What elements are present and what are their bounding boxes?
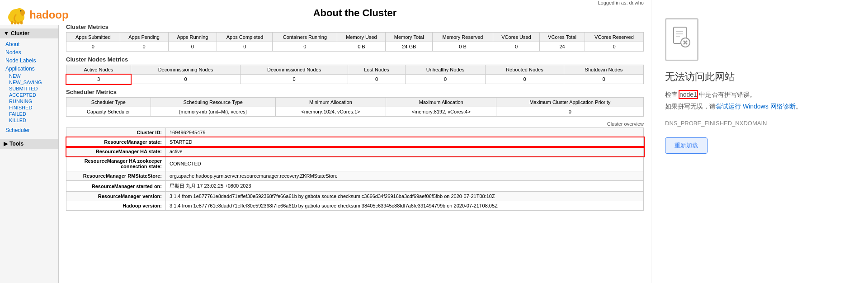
col-minimum-allocation: Minimum Allocation xyxy=(275,98,386,107)
logo: hadoop xyxy=(4,5,69,25)
col-lost-nodes: Lost Nodes xyxy=(348,65,406,75)
sidebar-item-running[interactable]: RUNNING xyxy=(0,98,58,104)
scheduler-metrics-table: Scheduler Type Scheduling Resource Type … xyxy=(66,97,644,117)
table-row: Cluster ID: 1694962945479 xyxy=(66,128,644,137)
tools-label: Tools xyxy=(9,141,24,147)
val-apps-completed: 0 xyxy=(217,42,273,52)
cluster-overview-table: Cluster ID: 1694962945479 ResourceManage… xyxy=(66,127,644,211)
cluster-metrics-table: Apps Submitted Apps Pending Apps Running… xyxy=(66,32,644,52)
sidebar-item-nodes[interactable]: Nodes xyxy=(0,48,58,57)
cluster-nodes-metrics-title: Cluster Nodes Metrics xyxy=(66,56,644,63)
page-title: About the Cluster xyxy=(66,7,644,19)
svg-point-4 xyxy=(20,10,22,12)
val-decommissioning-nodes: 0 xyxy=(131,75,240,84)
val-minimum-allocation: <memory:1024, vCores:1> xyxy=(275,107,386,117)
col-decommissioning-nodes: Decommissioning Nodes xyxy=(131,65,240,75)
error-suggestion-suffix: 。 xyxy=(796,103,802,110)
rm-started-value: 星期日 九月 17 23:02:25 +0800 2023 xyxy=(166,181,644,192)
col-maximum-allocation: Maximum Allocation xyxy=(386,98,496,107)
val-memory-reserved: 0 B xyxy=(433,42,493,52)
rm-ha-state-label: ResourceManager HA state: xyxy=(66,147,166,156)
error-desc-prefix: 检查 xyxy=(665,91,679,98)
error-network-diag-link[interactable]: 尝试运行 Windows 网络诊断 xyxy=(716,103,796,110)
logged-in-text: Logged in as: dr.who xyxy=(598,0,644,5)
main-content: Logged in as: dr.who About the Cluster C… xyxy=(59,0,651,283)
hadoop-version-value: 3.1.4 from 1e877761e8dadd71effef30e59236… xyxy=(166,201,644,211)
cluster-id-label: Cluster ID: xyxy=(66,128,166,137)
sidebar-item-finished[interactable]: FINISHED xyxy=(0,104,58,111)
error-page-icon xyxy=(665,18,698,61)
rm-zk-state-label: ResourceManager HA zookeeper connection … xyxy=(66,156,166,171)
val-max-cluster-priority: 0 xyxy=(496,107,644,117)
col-vcores-total: VCores Total xyxy=(540,33,585,42)
cluster-id-value: 1694962945479 xyxy=(166,128,644,137)
sidebar-item-submitted[interactable]: SUBMITTED xyxy=(0,85,58,92)
sidebar-item-failed[interactable]: FAILED xyxy=(0,111,58,117)
col-memory-reserved: Memory Reserved xyxy=(433,33,493,42)
val-unhealthy-nodes: 0 xyxy=(405,75,485,84)
col-containers-running: Containers Running xyxy=(273,33,337,42)
sidebar-item-about[interactable]: About xyxy=(0,40,58,48)
val-vcores-reserved: 0 xyxy=(585,42,643,52)
rm-zk-state-value: CONNECTED xyxy=(166,156,644,171)
col-scheduling-resource-type: Scheduling Resource Type xyxy=(151,98,275,107)
val-vcores-total: 24 xyxy=(540,42,585,52)
error-desc-suffix: 中是否有拼写错误。 xyxy=(697,91,756,98)
sidebar-item-killed[interactable]: KILLED xyxy=(0,117,58,123)
col-vcores-reserved: VCores Reserved xyxy=(585,33,643,42)
svg-rect-6 xyxy=(14,22,16,24)
error-panel: 无法访问此网站 检查 node1 中是否有拼写错误。 如果拼写无误，请尝试运行 … xyxy=(651,0,868,283)
val-memory-used: 0 B xyxy=(337,42,386,52)
val-apps-submitted: 0 xyxy=(66,42,120,52)
logged-in-header: Logged in as: dr.who xyxy=(66,0,644,5)
table-row: ResourceManager state: STARTED xyxy=(66,137,644,147)
col-vcores-used: VCores Used xyxy=(493,33,539,42)
val-containers-running: 0 xyxy=(273,42,337,52)
col-max-cluster-priority: Maximum Cluster Application Priority xyxy=(496,98,644,107)
error-description: 检查 node1 中是否有拼写错误。 xyxy=(665,91,756,99)
rm-state-value: STARTED xyxy=(166,137,644,147)
error-title: 无法访问此网站 xyxy=(665,70,735,84)
table-row: ResourceManager HA state: active xyxy=(66,147,644,156)
reload-button[interactable]: 重新加载 xyxy=(665,137,708,154)
table-row: ResourceManager version: 3.1.4 from 1e87… xyxy=(66,192,644,201)
svg-rect-7 xyxy=(17,22,19,24)
sidebar-tools-header[interactable]: ▶ Tools xyxy=(0,139,58,149)
table-row: ResourceManager started on: 星期日 九月 17 23… xyxy=(66,181,644,192)
val-vcores-used: 0 xyxy=(493,42,539,52)
hadoop-version-label: Hadoop version: xyxy=(66,201,166,211)
col-memory-used: Memory Used xyxy=(337,33,386,42)
val-maximum-allocation: <memory:8192, vCores:4> xyxy=(386,107,496,117)
hadoop-logo-icon xyxy=(4,5,28,25)
col-memory-total: Memory Total xyxy=(386,33,433,42)
rm-state-store-label: ResourceManager RMStateStore: xyxy=(66,171,166,181)
col-apps-completed: Apps Completed xyxy=(217,33,273,42)
table-row: ResourceManager RMStateStore: org.apache… xyxy=(66,171,644,181)
tools-arrow-icon: ▶ xyxy=(4,141,8,147)
table-row: ResourceManager HA zookeeper connection … xyxy=(66,156,644,171)
error-suggestion: 如果拼写无误，请尝试运行 Windows 网络诊断。 xyxy=(665,103,802,111)
rm-state-label: ResourceManager state: xyxy=(66,137,166,147)
sidebar-item-scheduler[interactable]: Scheduler xyxy=(0,126,58,134)
cluster-label: Cluster xyxy=(11,30,29,37)
dns-error-code: DNS_PROBE_FINISHED_NXDOMAIN xyxy=(665,120,767,127)
error-suggestion-prefix: 如果拼写无误，请 xyxy=(665,103,716,110)
val-memory-total: 24 GB xyxy=(386,42,433,52)
sidebar-item-accepted[interactable]: ACCEPTED xyxy=(0,92,58,98)
col-scheduler-type: Scheduler Type xyxy=(66,98,151,107)
sidebar-cluster-header[interactable]: ▼ Cluster xyxy=(0,28,58,38)
col-active-nodes: Active Nodes xyxy=(66,65,131,75)
scheduler-metrics-title: Scheduler Metrics xyxy=(66,89,644,95)
col-shutdown-nodes: Shutdown Nodes xyxy=(564,65,643,75)
val-apps-pending: 0 xyxy=(120,42,168,52)
sidebar-item-new[interactable]: NEW xyxy=(0,73,58,79)
sidebar-item-new-saving[interactable]: NEW_SAVING xyxy=(0,79,58,85)
sidebar-item-node-labels[interactable]: Node Labels xyxy=(0,57,58,65)
sidebar-item-applications[interactable]: Applications xyxy=(0,65,58,73)
hadoop-text: hadoop xyxy=(29,9,69,21)
col-apps-running: Apps Running xyxy=(168,33,217,42)
svg-rect-8 xyxy=(20,21,23,24)
col-unhealthy-nodes: Unhealthy Nodes xyxy=(405,65,485,75)
cluster-metrics-title: Cluster Metrics xyxy=(66,24,644,30)
val-lost-nodes: 0 xyxy=(348,75,406,84)
